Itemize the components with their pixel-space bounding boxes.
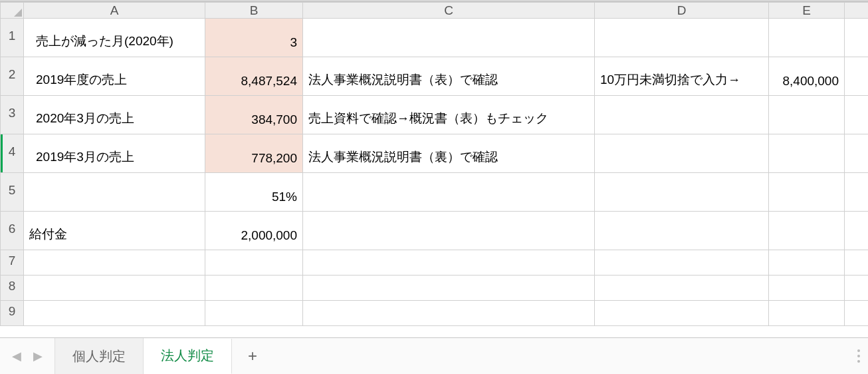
cell-B1[interactable]: 3: [205, 19, 303, 57]
row-4: 4 2019年3月の売上 778,200 法人事業概況説明書（裏）で確認: [1, 134, 869, 173]
tab-personal[interactable]: 個人判定: [54, 338, 144, 374]
select-all-corner[interactable]: [1, 3, 24, 19]
cell-B3[interactable]: 384,700: [205, 96, 303, 134]
cell-E4[interactable]: [769, 134, 845, 173]
spreadsheet-grid[interactable]: A B C D E 1 売上が減った月(2020年) 3: [0, 2, 868, 326]
row-2: 2 2019年度の売上 8,487,524 法人事業概況説明書（表）で確認 10…: [1, 57, 869, 96]
cell-F9[interactable]: [845, 301, 869, 326]
row-5: 5 51%: [1, 173, 869, 212]
cell-B9[interactable]: [205, 301, 303, 326]
row-9: 9: [1, 301, 869, 326]
grid-area[interactable]: A B C D E 1 売上が減った月(2020年) 3: [0, 2, 868, 335]
cell-D1[interactable]: [595, 19, 769, 57]
cell-A2[interactable]: 2019年度の売上: [24, 57, 205, 96]
row-header-6[interactable]: 6: [1, 212, 24, 250]
cell-A4[interactable]: 2019年3月の売上: [24, 134, 205, 173]
cell-D7[interactable]: [595, 250, 769, 276]
cell-C6[interactable]: [303, 212, 595, 250]
cell-C1[interactable]: [303, 19, 595, 57]
row-header-7[interactable]: 7: [1, 250, 24, 276]
cell-A9[interactable]: [24, 301, 205, 326]
cell-B4[interactable]: 778,200: [205, 134, 303, 173]
tabs-resize-grip[interactable]: [853, 338, 868, 374]
row-6: 6 給付金 2,000,000: [1, 212, 869, 250]
row-header-2[interactable]: 2: [1, 57, 24, 96]
cell-C8[interactable]: [303, 276, 595, 301]
col-header-E[interactable]: E: [769, 3, 845, 19]
col-header-F[interactable]: [845, 3, 869, 19]
cell-C2[interactable]: 法人事業概況説明書（表）で確認: [303, 57, 595, 96]
sheet-tabs-bar: ◀ ▶ 個人判定 法人判定 +: [0, 337, 868, 374]
tab-nav: ◀ ▶: [0, 338, 54, 374]
row-header-1[interactable]: 1: [1, 19, 24, 57]
cell-E9[interactable]: [769, 301, 845, 326]
cell-A5[interactable]: [24, 173, 205, 212]
row-7: 7: [1, 250, 869, 276]
column-header-row: A B C D E: [1, 3, 869, 19]
cell-F6[interactable]: [845, 212, 869, 250]
row-header-5[interactable]: 5: [1, 173, 24, 212]
row-3: 3 2020年3月の売上 384,700 売上資料で確認→概況書（表）もチェック: [1, 96, 869, 134]
cell-B8[interactable]: [205, 276, 303, 301]
add-sheet-button[interactable]: +: [232, 338, 273, 374]
cell-E8[interactable]: [769, 276, 845, 301]
cell-A3[interactable]: 2020年3月の売上: [24, 96, 205, 134]
row-8: 8: [1, 276, 869, 301]
cell-B6[interactable]: 2,000,000: [205, 212, 303, 250]
tab-corporate[interactable]: 法人判定: [144, 339, 232, 374]
cell-E6[interactable]: [769, 212, 845, 250]
row-header-8[interactable]: 8: [1, 276, 24, 301]
cell-B7[interactable]: [205, 250, 303, 276]
cell-D6[interactable]: [595, 212, 769, 250]
cell-E5[interactable]: [769, 173, 845, 212]
col-header-B[interactable]: B: [205, 3, 303, 19]
col-header-D[interactable]: D: [595, 3, 769, 19]
cell-E7[interactable]: [769, 250, 845, 276]
cell-C7[interactable]: [303, 250, 595, 276]
spreadsheet-window: A B C D E 1 売上が減った月(2020年) 3: [0, 0, 868, 374]
row-header-3[interactable]: 3: [1, 96, 24, 134]
col-header-C[interactable]: C: [303, 3, 595, 19]
cell-D9[interactable]: [595, 301, 769, 326]
cell-B2[interactable]: 8,487,524: [205, 57, 303, 96]
cell-C4[interactable]: 法人事業概況説明書（裏）で確認: [303, 134, 595, 173]
cell-C9[interactable]: [303, 301, 595, 326]
cell-A7[interactable]: [24, 250, 205, 276]
cell-D4[interactable]: [595, 134, 769, 173]
cell-F4[interactable]: [845, 134, 869, 173]
cell-D2[interactable]: 10万円未満切捨で入力→: [595, 57, 769, 96]
row-1: 1 売上が減った月(2020年) 3: [1, 19, 869, 57]
cell-C3[interactable]: 売上資料で確認→概況書（表）もチェック: [303, 96, 595, 134]
cell-F5[interactable]: [845, 173, 869, 212]
cell-D5[interactable]: [595, 173, 769, 212]
cell-F7[interactable]: [845, 250, 869, 276]
tab-next-icon[interactable]: ▶: [33, 349, 43, 363]
row-header-9[interactable]: 9: [1, 301, 24, 326]
cell-D8[interactable]: [595, 276, 769, 301]
tabs-container: 個人判定 法人判定: [54, 338, 232, 374]
row-header-4[interactable]: 4: [1, 134, 24, 173]
cell-F8[interactable]: [845, 276, 869, 301]
tab-prev-icon[interactable]: ◀: [12, 349, 21, 363]
cell-A6[interactable]: 給付金: [24, 212, 205, 250]
cell-C5[interactable]: [303, 173, 595, 212]
cell-D3[interactable]: [595, 96, 769, 134]
cell-B5[interactable]: 51%: [205, 173, 303, 212]
cell-E3[interactable]: [769, 96, 845, 134]
cell-F3[interactable]: [845, 96, 869, 134]
cell-F2[interactable]: [845, 57, 869, 96]
cell-E1[interactable]: [769, 19, 845, 57]
cell-E2[interactable]: 8,400,000: [769, 57, 845, 96]
cell-F1[interactable]: [845, 19, 869, 57]
cell-A1[interactable]: 売上が減った月(2020年): [24, 19, 205, 57]
col-header-A[interactable]: A: [24, 3, 205, 19]
cell-A8[interactable]: [24, 276, 205, 301]
